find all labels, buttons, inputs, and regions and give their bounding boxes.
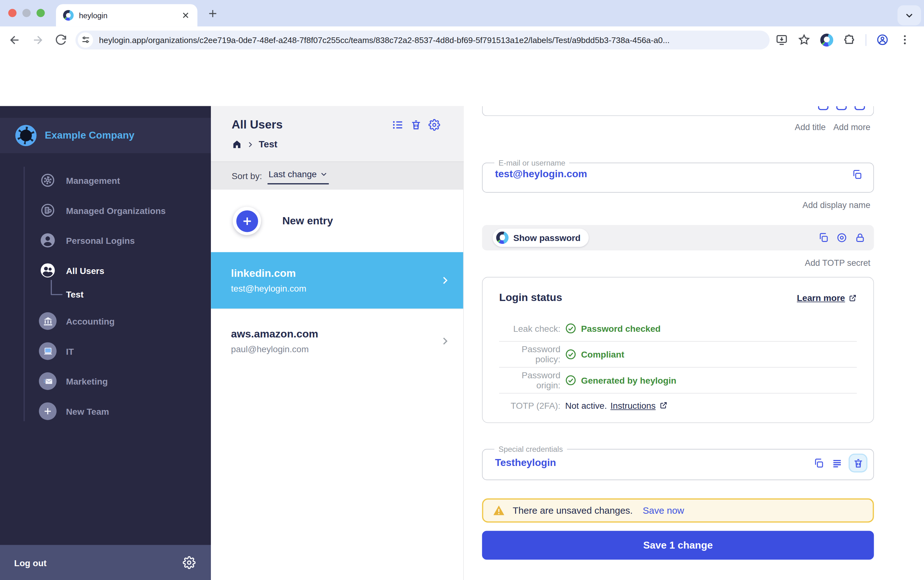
bank-icon xyxy=(39,312,56,330)
tree-connector xyxy=(51,280,63,295)
plus-circle-icon xyxy=(236,210,258,232)
heylogin-mini-logo xyxy=(496,232,508,244)
sort-bar: Sort by: Last change xyxy=(211,161,464,190)
details-lines-icon[interactable] xyxy=(832,458,843,469)
home-icon[interactable] xyxy=(232,140,242,149)
sidebar-item-all-users[interactable]: All Users xyxy=(0,260,211,281)
tab-title: heylogin xyxy=(79,11,176,20)
email-field-value[interactable]: test@heylogin.com xyxy=(495,168,851,180)
sidebar-item-management[interactable]: Management xyxy=(0,170,211,191)
learn-more-link[interactable]: Learn more xyxy=(797,293,857,303)
sidebar-item-label: Marketing xyxy=(66,376,108,386)
copy-icon[interactable] xyxy=(813,458,825,469)
sidebar-item-new-team[interactable]: New Team xyxy=(0,400,211,422)
entry-domain: linkedin.com xyxy=(231,267,440,280)
divider xyxy=(499,367,857,367)
browser-tab[interactable]: heylogin xyxy=(56,4,197,26)
window-minimize-button[interactable] xyxy=(22,9,30,17)
browser-tab-strip: heylogin xyxy=(0,0,924,26)
new-entry-button[interactable]: New entry xyxy=(211,190,463,252)
add-title-link[interactable]: Add title xyxy=(795,122,826,132)
copy-icon[interactable] xyxy=(818,106,829,110)
list-item-linkedin[interactable]: linkedin.com test@heylogin.com xyxy=(211,252,463,309)
sidebar-item-marketing[interactable]: Marketing xyxy=(0,371,211,392)
check-circle-icon xyxy=(565,323,576,334)
add-more-link[interactable]: Add more xyxy=(833,122,870,132)
sidebar-item-it[interactable]: IT xyxy=(0,341,211,362)
sidebar-item-personal-logins[interactable]: Personal Logins xyxy=(0,230,211,251)
tab-close-icon[interactable] xyxy=(181,11,190,20)
sidebar-item-label: All Users xyxy=(66,265,104,275)
copy-icon[interactable] xyxy=(851,169,863,180)
forward-icon[interactable] xyxy=(31,33,44,46)
install-app-icon[interactable] xyxy=(776,34,788,46)
logout-button[interactable]: Log out xyxy=(14,558,183,568)
copy-icon[interactable] xyxy=(818,232,829,244)
settings-gear-icon[interactable] xyxy=(183,556,195,569)
delete-icon[interactable] xyxy=(855,106,865,110)
save-button[interactable]: Save 1 change xyxy=(482,531,874,560)
sidebar-item-accounting[interactable]: Accounting xyxy=(0,310,211,332)
warning-icon xyxy=(493,504,505,517)
totp-row: Add TOTP secret xyxy=(482,258,874,267)
trash-icon[interactable] xyxy=(410,119,422,131)
extensions-puzzle-icon[interactable] xyxy=(843,34,855,46)
special-credentials-label: Special credentials xyxy=(494,445,567,454)
eye-icon[interactable] xyxy=(836,232,848,244)
sort-by-label: Sort by: xyxy=(232,171,262,181)
add-totp-link[interactable]: Add TOTP secret xyxy=(805,258,871,267)
open-icon[interactable] xyxy=(836,106,847,110)
sidebar-item-label: Test xyxy=(66,289,84,300)
site-settings-icon[interactable] xyxy=(78,32,93,48)
browser-toolbar: heylogin.app/organizations/c2ee719a-0de7… xyxy=(0,26,924,53)
envelope-icon xyxy=(39,372,56,390)
status-row-leak-check: Leak check: Password checked xyxy=(499,319,857,338)
show-password-button[interactable]: Show password xyxy=(493,229,589,247)
status-value: Generated by heylogin xyxy=(581,375,676,385)
login-list: New entry linkedin.com test@heylogin.com… xyxy=(211,190,463,580)
list-panel-title: All Users xyxy=(232,118,283,131)
password-row: Show password xyxy=(482,225,874,250)
special-credentials-field[interactable]: Special credentials Testheylogin xyxy=(482,445,874,480)
email-field-label: E-mail or username xyxy=(494,158,569,167)
back-icon[interactable] xyxy=(8,33,21,46)
window-zoom-button[interactable] xyxy=(36,9,45,17)
new-entry-label: New entry xyxy=(282,214,333,227)
add-display-name-link[interactable]: Add display name xyxy=(802,201,870,210)
delete-credential-button[interactable] xyxy=(850,455,866,471)
new-tab-button[interactable] xyxy=(208,8,218,19)
email-field[interactable]: E-mail or username test@heylogin.com xyxy=(482,158,874,193)
list-item-aws[interactable]: aws.amazon.com paul@heylogin.com xyxy=(211,309,463,372)
totp-instructions-link[interactable]: Instructions xyxy=(610,400,656,410)
tab-search-button[interactable] xyxy=(898,5,921,25)
status-label: TOTP (2FA): xyxy=(499,400,560,410)
gear-icon[interactable] xyxy=(428,119,440,131)
profile-avatar-icon[interactable] xyxy=(876,34,888,46)
url-bar[interactable]: heylogin.app/organizations/c2ee719a-0de7… xyxy=(76,30,770,49)
website-field-partial[interactable] xyxy=(482,106,874,116)
toolbar-separator xyxy=(866,34,866,46)
special-credentials-value[interactable]: Testheylogin xyxy=(495,457,813,469)
sort-select[interactable]: Last change xyxy=(267,168,329,184)
totp-status-value: Not active. xyxy=(565,400,607,410)
window-close-button[interactable] xyxy=(8,9,16,17)
external-link-icon xyxy=(848,294,857,302)
company-logo xyxy=(15,125,37,147)
heylogin-extension-icon[interactable] xyxy=(820,33,833,46)
sidebar-company[interactable]: Example Company xyxy=(0,118,211,153)
status-label: Password origin: xyxy=(499,370,560,390)
breadcrumb-current: Test xyxy=(259,139,277,150)
plus-icon xyxy=(39,402,56,420)
sidebar-item-managed-organizations[interactable]: Managed Organizations xyxy=(0,200,211,221)
list-view-icon[interactable] xyxy=(392,119,404,131)
unsaved-changes-text: There are unsaved changes. xyxy=(513,505,633,516)
save-now-link[interactable]: Save now xyxy=(643,505,684,516)
status-row-totp: TOTP (2FA): Not active. Instructions xyxy=(499,396,857,415)
browser-menu-icon[interactable] xyxy=(899,34,911,46)
status-value: Compliant xyxy=(581,349,624,359)
sidebar-item-label: IT xyxy=(66,346,74,356)
bookmark-star-icon[interactable] xyxy=(798,34,810,46)
status-value: Password checked xyxy=(581,323,661,333)
lock-icon[interactable] xyxy=(855,232,866,244)
refresh-icon[interactable] xyxy=(54,33,67,46)
